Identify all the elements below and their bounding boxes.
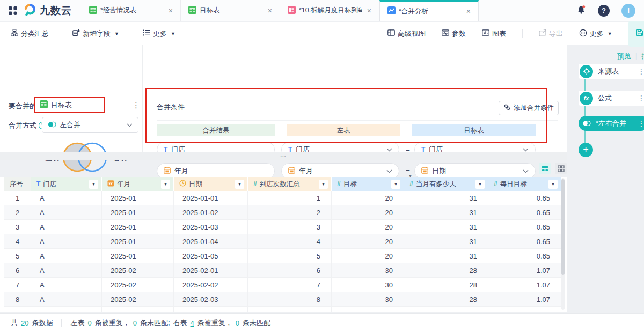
kebab-menu-icon[interactable]: ⋮ bbox=[638, 94, 644, 102]
chart-button[interactable]: 图表 bbox=[482, 29, 506, 39]
save-button[interactable]: 保存 bbox=[628, 21, 644, 47]
column-header-index: 序号 bbox=[4, 177, 31, 191]
merge-method-value: 左合并 bbox=[60, 120, 80, 130]
right-duplicate-count[interactable]: 4 bbox=[191, 319, 194, 327]
merge-method-select[interactable]: 左合并 bbox=[42, 117, 138, 133]
kebab-menu-icon[interactable]: ⋮ bbox=[638, 119, 644, 128]
kebab-menu-icon[interactable]: ⋮ bbox=[638, 67, 644, 76]
panel-resize-handle[interactable]: ⋯ bbox=[0, 152, 567, 160]
table-cell: A bbox=[31, 263, 102, 278]
merge-table-selector[interactable]: 目标表 bbox=[34, 97, 105, 113]
filter-dropdown-icon[interactable]: ▼ bbox=[391, 180, 400, 189]
table-cell: A bbox=[31, 191, 102, 205]
total-count: 20 bbox=[21, 319, 28, 327]
step-source-table[interactable]: 来源表 ⋮ bbox=[579, 64, 644, 79]
table-row: 5A2025-012025-01-05520310.65 bbox=[4, 249, 561, 263]
more-right-label: 更多 bbox=[590, 29, 604, 39]
table-cell bbox=[332, 307, 404, 312]
add-field-label: 新增字段 bbox=[83, 29, 111, 39]
bell-icon[interactable] bbox=[576, 5, 586, 17]
params-label: 参数 bbox=[452, 29, 466, 39]
column-label: 年月 bbox=[117, 180, 130, 189]
table-cell: 1 bbox=[4, 191, 31, 205]
step-merge[interactable]: *左右合并 ⋮ bbox=[579, 116, 644, 131]
list-view-toggle[interactable] bbox=[539, 163, 551, 174]
list-icon bbox=[143, 29, 150, 38]
tab-merge-analysis[interactable]: *合并分析 × bbox=[379, 0, 479, 21]
number-type-icon: # bbox=[253, 181, 257, 187]
table-cell: 2025-02-03 bbox=[174, 292, 248, 307]
table-scrollbar[interactable] bbox=[561, 178, 565, 310]
formula-icon: fx bbox=[580, 92, 593, 105]
subtotal-label: 分类汇总 bbox=[21, 29, 49, 39]
kebab-menu-icon[interactable]: ⋮ bbox=[132, 100, 140, 110]
add-field-button[interactable]: 新增字段 ▼ bbox=[72, 29, 119, 39]
table-cell: A bbox=[31, 292, 102, 307]
table-cell bbox=[248, 307, 332, 312]
table-cell: 2025-01-03 bbox=[174, 220, 248, 234]
step-label: *左右合并 bbox=[596, 119, 626, 128]
filter-dropdown-icon[interactable]: ▼ bbox=[235, 180, 244, 189]
table-cell: 2025-02 bbox=[102, 278, 174, 292]
table-row: 3A2025-012025-01-03320310.65 bbox=[4, 220, 561, 234]
table-icon bbox=[188, 6, 196, 16]
more-left-label: 更多 bbox=[153, 29, 167, 39]
close-icon[interactable]: × bbox=[266, 6, 274, 16]
more-right-button[interactable]: 更多 ▼ bbox=[579, 29, 612, 39]
table-row: 1A2025-012025-01-01120310.65 bbox=[4, 191, 561, 205]
avatar[interactable]: I bbox=[621, 4, 635, 18]
table-cell: A bbox=[31, 234, 102, 249]
filter-dropdown-icon[interactable]: ▼ bbox=[319, 180, 328, 189]
batch-link[interactable]: 批 bbox=[641, 51, 644, 61]
conditions-col-result: 合并结果 bbox=[157, 124, 275, 136]
apps-grid-icon[interactable] bbox=[9, 6, 17, 15]
table-cell: 6 bbox=[248, 263, 332, 278]
clock-icon bbox=[179, 180, 186, 188]
add-step-button[interactable]: + bbox=[579, 143, 593, 157]
add-condition-button[interactable]: 添加合并条件 bbox=[499, 101, 559, 115]
table-cell: 28 bbox=[404, 263, 488, 278]
merge-method-label: 合并方式 ? bbox=[9, 121, 46, 130]
equals-operator[interactable]: = ▼ bbox=[404, 167, 412, 178]
table-cell bbox=[31, 307, 102, 312]
table-cell: A bbox=[31, 205, 102, 220]
left-join-icon bbox=[48, 121, 56, 129]
table-cell: 7 bbox=[248, 278, 332, 292]
export-icon bbox=[539, 29, 546, 38]
export-label: 导出 bbox=[549, 29, 563, 39]
tab-monthly-breakdown[interactable]: *10.拆解月度目标到每天 × bbox=[280, 0, 379, 21]
scrollbar-thumb[interactable] bbox=[561, 179, 565, 275]
table-row: 7A2025-022025-02-02730281.07 bbox=[4, 278, 561, 292]
table-cell: 1.07 bbox=[488, 278, 561, 292]
advanced-view-button[interactable]: 高级视图 bbox=[387, 29, 426, 39]
column-label: 到店次数汇总 bbox=[260, 180, 300, 189]
steps-links: 预览 | 批 bbox=[617, 51, 644, 61]
table-cell bbox=[102, 307, 174, 312]
grid-view-toggle[interactable] bbox=[555, 163, 567, 174]
filter-dropdown-icon[interactable]: ▼ bbox=[475, 180, 485, 189]
tab-business-table[interactable]: *经营情况表 × bbox=[82, 0, 181, 21]
close-icon[interactable]: × bbox=[464, 6, 473, 16]
chevron-down-icon: ▼ bbox=[171, 31, 175, 36]
help-icon[interactable]: ? bbox=[598, 5, 610, 17]
status-divider bbox=[61, 319, 62, 327]
subtotal-button[interactable]: 分类汇总 bbox=[11, 29, 49, 39]
close-icon[interactable]: × bbox=[166, 6, 175, 16]
table-row: 4A2025-012025-01-04420310.65 bbox=[4, 234, 561, 249]
table-cell: A bbox=[31, 278, 102, 292]
filter-dropdown-icon[interactable]: ▼ bbox=[548, 180, 558, 189]
preview-link[interactable]: 预览 bbox=[617, 51, 631, 61]
table-cell: 30 bbox=[332, 278, 404, 292]
table-cell bbox=[488, 307, 561, 312]
tab-target-table[interactable]: 目标表 × bbox=[181, 0, 280, 21]
close-icon[interactable]: × bbox=[365, 6, 374, 16]
filter-dropdown-icon[interactable]: ▼ bbox=[89, 180, 98, 189]
params-button[interactable]: 参数 bbox=[442, 29, 466, 39]
toolbar-right: 高级视图 参数 图表 导出 更多 ▼ 保存 bbox=[387, 22, 644, 45]
filter-dropdown-icon[interactable]: ▼ bbox=[161, 180, 170, 189]
step-formula[interactable]: fx 公式 ⋮ bbox=[579, 91, 644, 106]
column-header-visits: # 到店次数汇总 ▼ bbox=[248, 177, 332, 191]
table-row: 6A2025-022025-02-01630281.07 bbox=[4, 263, 561, 278]
more-left-button[interactable]: 更多 ▼ bbox=[143, 29, 175, 39]
table-cell: 5 bbox=[4, 249, 31, 263]
